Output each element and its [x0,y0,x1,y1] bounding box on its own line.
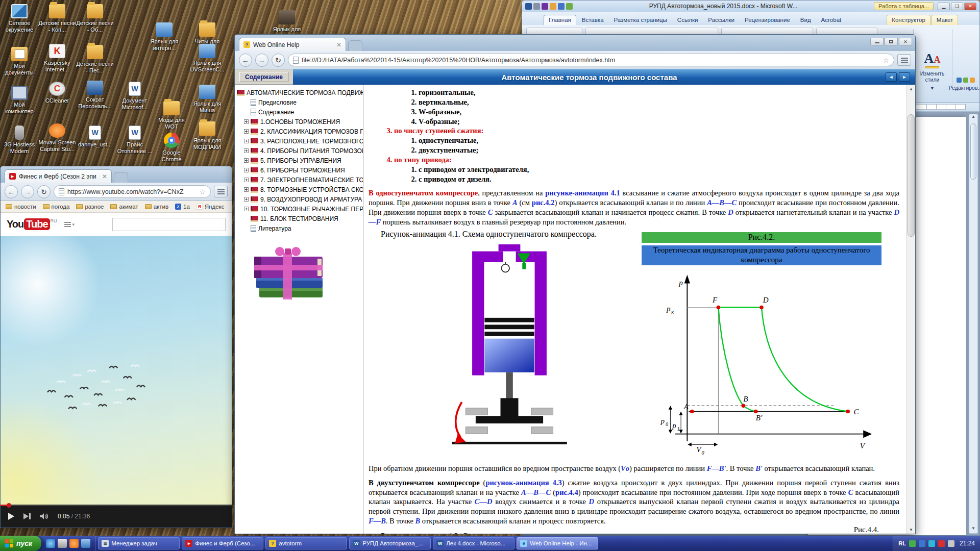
expand-icon[interactable] [244,158,249,163]
quick-access-toolbar[interactable] [525,3,573,10]
language-indicator[interactable]: RL [898,540,906,546]
bookmark-item[interactable]: ЯЯндекс [197,204,225,210]
content-scrollbar[interactable]: ▲ ▼ [906,85,915,534]
find-icon[interactable] [957,78,962,83]
expand-icon[interactable] [244,207,249,211]
forward-button[interactable]: → [255,54,268,67]
minimize-button[interactable] [870,38,884,45]
toc-item[interactable]: 6. ПРИБОРЫ ТОРМОЖЕНИЯ [237,165,363,175]
desktop-icon[interactable]: Ярлык для интерн... [145,22,184,51]
scroll-up-icon[interactable]: ▲ [907,85,915,93]
expand-icon[interactable] [244,187,249,192]
scroll-down-icon[interactable]: ▼ [907,525,915,534]
qat-more-icon[interactable] [566,3,573,10]
bookmark-star-icon[interactable]: ☆ [199,188,206,196]
toc-item[interactable]: 10. ТОРМОЗНЫЕ РЫЧАЖНЫЕ ПЕРЕДАЧИ [237,204,363,214]
toc-item[interactable]: 1.ОСНОВЫ ТОРМОЖЕНИЯ [237,117,363,127]
taskbar-button[interactable]: РУПД Автотормоза_... [349,537,431,549]
expand-icon[interactable] [244,148,249,153]
address-bar[interactable]: https://www.youtube.com/watch?v=CNxZ ☆ [54,185,211,198]
desktop-icon[interactable]: Ярлык для Миша [188,85,227,113]
expand-icon[interactable] [244,178,249,182]
desktop-icon[interactable]: Ярлык для UVScreenC... [188,44,227,72]
bookmark-item[interactable]: разное [76,204,104,210]
scroll-down-icon[interactable]: ▼ [969,526,977,533]
next-icon[interactable] [23,513,31,520]
url-text[interactable]: https://www.youtube.com/watch?v=CNxZ [67,188,196,195]
youtube-guide-icon[interactable]: ▾ [64,222,75,227]
toc-item[interactable]: Предисловие [237,97,363,107]
new-tab-button[interactable] [348,40,362,51]
tab-home[interactable]: Главная [544,15,576,25]
desktop-icon[interactable]: Прайс Отопление ... [115,126,154,154]
toc-item[interactable]: 2. КЛАССИФИКАЦИЯ ТОРМОЗОВ ПС И ИХ [237,127,363,136]
scroll-thumb[interactable] [970,123,976,180]
expand-icon[interactable] [244,129,249,134]
search-input[interactable] [112,218,226,231]
url-text[interactable]: file:///D:/НАТА/Работа%202014-15/Автотор… [302,57,879,64]
change-styles-group[interactable]: АА Изменить стили ▾ [913,29,951,91]
youtube-tab[interactable]: ▶ Финес и Ферб (Сезон 2 эпи ✕ [5,169,112,183]
tab-page-layout[interactable]: Разметка страницы [609,15,672,25]
tab-close-icon[interactable]: ✕ [336,41,341,48]
desktop-icon[interactable]: Ярлык для [267,10,306,33]
scroll-thumb[interactable] [908,114,915,237]
bookmark-item[interactable]: новости [6,204,36,210]
scroll-up-icon[interactable]: ▲ [969,114,977,121]
show-desktop-icon[interactable] [58,539,67,548]
desktop-icon[interactable]: Документ Microsof... [115,82,154,110]
undo-icon[interactable] [542,3,548,10]
play-icon[interactable] [8,512,15,520]
tray-icon[interactable] [938,540,945,547]
print-icon[interactable] [558,3,565,10]
taskbar-button[interactable]: Менеджер задач [98,537,180,549]
expand-icon[interactable] [244,197,249,202]
antivirus-tray-icon[interactable] [909,540,916,547]
desktop-icon[interactable]: 3G Hostless Modem [0,126,39,154]
bookmark-item[interactable]: Z1а [175,204,190,210]
back-button[interactable]: ← [239,54,252,67]
reload-button[interactable]: ↻ [272,54,285,67]
toc-item[interactable]: 8. ТОРМОЗНЫЕ УСТРОЙСТВА СКОРОСТН [237,185,363,194]
expand-icon[interactable] [244,119,249,124]
tab-table-design[interactable]: Конструктор [887,15,930,25]
desktop-icon[interactable]: Детские песни - Об... [76,4,114,33]
minimize-button[interactable]: ▁ [938,3,950,10]
contents-button[interactable]: Содержание [239,72,288,82]
help-tabstrip[interactable]: ? Web Online Help ✕ ✕ [235,35,915,51]
browser-menu-icon[interactable] [897,54,911,66]
maximize-button[interactable] [885,38,898,45]
desktop-icon[interactable]: Ярлык для МОДПАКИ [188,121,227,150]
tab-table-layout[interactable]: Макет [932,15,959,25]
volume-icon[interactable] [39,513,50,520]
toc-item[interactable]: 4. ПРИБОРЫ ПИТАНИЯ ТОРМОЗОВ СЖАТ [237,146,363,156]
video-player[interactable] [1,236,232,505]
close-button[interactable]: ✕ [899,38,912,45]
maximize-button[interactable]: ❏ [951,3,963,10]
taskbar-button-active[interactable]: Web Online Help - Ин... [517,537,598,549]
editing-group[interactable]: Редактиров... [952,29,978,91]
toc-item[interactable]: 9. ВОЗДУХОПРОВОД И АРМАТУРА [237,194,363,204]
browser-menu-icon[interactable] [214,186,228,197]
tab-references[interactable]: Ссылки [673,15,703,25]
back-button[interactable]: ← [5,185,18,198]
tray-icon[interactable] [948,540,954,547]
taskbar-button[interactable]: Лек 4.docx - Microso... [433,537,514,549]
desktop-icon[interactable]: Мои документы [0,47,39,76]
desktop-icon[interactable]: dannye_ust... [76,126,114,148]
explorer-icon[interactable] [81,539,90,548]
desktop-icon[interactable]: Сетевое окружение [0,4,39,33]
desktop-icon[interactable]: Детские песни - Коп... [38,4,77,33]
desktop-icon[interactable]: Сократ Персональ... [76,81,114,109]
toc-item[interactable]: 5. ПРИБОРЫ УПРАВЛЕНИЯ [237,156,363,165]
media-player-icon[interactable] [69,539,79,548]
start-button[interactable]: пуск [0,536,41,551]
toc-item[interactable]: 7. ЭЛЕКТРОПНЕВМАТИЧЕСКИЕ ТОРМОЗА [237,175,363,185]
progress-bar[interactable] [1,505,232,506]
new-tab-button[interactable] [114,172,128,183]
desktop-icon[interactable]: CCleaner [38,82,77,104]
forward-button[interactable]: → [21,185,34,198]
select-icon[interactable] [970,78,975,83]
reload-button[interactable]: ↻ [37,185,51,198]
toc-item[interactable]: 3. РАСПОЛОЖЕНИЕ ТОРМОЗНОГО ОБОРУД [237,136,363,146]
